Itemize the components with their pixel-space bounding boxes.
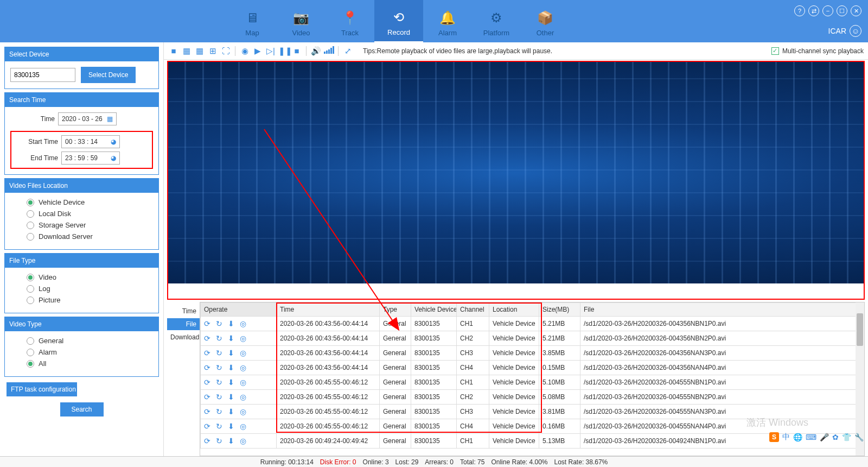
- pause-icon[interactable]: ❚❚: [278, 46, 289, 56]
- download-icon[interactable]: ⬇: [228, 363, 234, 372]
- close-icon[interactable]: ✕: [851, 5, 861, 16]
- download-icon[interactable]: ⬇: [228, 407, 234, 416]
- locate-icon[interactable]: ◎: [240, 363, 246, 372]
- play-icon[interactable]: ⟳: [204, 437, 210, 445]
- locate-icon[interactable]: ◎: [240, 407, 246, 416]
- download-icon[interactable]: ⬇: [228, 378, 234, 387]
- locate-icon[interactable]: ◎: [240, 393, 246, 401]
- layout-16-icon[interactable]: ⊞: [207, 46, 218, 56]
- snapshot-icon[interactable]: ◉: [239, 46, 250, 56]
- play-icon[interactable]: ⟳: [204, 319, 210, 328]
- replay-icon[interactable]: ↻: [216, 349, 222, 357]
- end-time-input[interactable]: 23 : 59 : 59◕: [61, 152, 120, 165]
- nav-tab-map[interactable]: 🖥Map: [228, 0, 277, 42]
- replay-icon[interactable]: ↻: [216, 378, 222, 387]
- signal-icon[interactable]: [323, 46, 334, 55]
- col-header[interactable]: File: [580, 303, 864, 317]
- help-icon[interactable]: ?: [794, 5, 805, 16]
- side-tab-file[interactable]: File: [167, 318, 200, 330]
- locate-icon[interactable]: ◎: [240, 349, 246, 357]
- table-row[interactable]: ⟳↻⬇◎2020-03-26 00:45:55-00:46:12General8…: [201, 375, 864, 390]
- stop-icon[interactable]: ■: [291, 46, 302, 55]
- nav-tab-track[interactable]: 📍Track: [326, 0, 374, 42]
- tray-icon[interactable]: 🎤: [820, 433, 829, 441]
- video-preview[interactable]: [167, 61, 865, 300]
- ftp-config-button[interactable]: FTP task configuration: [7, 382, 77, 396]
- replay-icon[interactable]: ↻: [216, 437, 222, 445]
- nav-tab-alarm[interactable]: 🔔Alarm: [423, 0, 472, 42]
- user-badge[interactable]: ICAR ☺: [828, 25, 861, 37]
- locate-icon[interactable]: ◎: [240, 334, 246, 343]
- tray-icon[interactable]: 🌐: [793, 433, 802, 441]
- replay-icon[interactable]: ↻: [216, 319, 222, 328]
- replay-icon[interactable]: ↻: [216, 422, 222, 431]
- play-icon[interactable]: ⟳: [204, 349, 210, 357]
- fullscreen-icon[interactable]: ⛶: [220, 46, 231, 55]
- tray-icon[interactable]: ✿: [832, 433, 839, 441]
- col-header[interactable]: Location: [489, 303, 539, 317]
- radio-log[interactable]: Log: [10, 285, 153, 293]
- locate-icon[interactable]: ◎: [240, 422, 246, 431]
- col-header[interactable]: Vehicle Device: [411, 303, 457, 317]
- device-input[interactable]: [10, 68, 75, 82]
- play-icon[interactable]: ⟳: [204, 363, 210, 372]
- maximize-icon[interactable]: ☐: [837, 5, 847, 16]
- col-header[interactable]: Channel: [457, 303, 489, 317]
- search-button[interactable]: Search: [60, 402, 104, 416]
- replay-icon[interactable]: ↻: [216, 363, 222, 372]
- radio-general[interactable]: General: [10, 337, 153, 345]
- table-row[interactable]: ⟳↻⬇◎2020-03-26 00:43:56-00:44:14General8…: [201, 346, 864, 361]
- sync-playback-checkbox[interactable]: ✓ Multi-channel sync playback: [771, 47, 864, 55]
- replay-icon[interactable]: ↻: [216, 334, 222, 343]
- layout-4-icon[interactable]: ▦: [181, 46, 192, 56]
- nav-tab-platform[interactable]: ⚙Platform: [472, 0, 521, 42]
- expand-icon[interactable]: ⤢: [342, 46, 353, 56]
- side-tab-time[interactable]: Time: [167, 305, 200, 317]
- step-icon[interactable]: ▷|: [265, 46, 276, 56]
- table-row[interactable]: ⟳↻⬇◎2020-03-26 00:45:55-00:46:12General8…: [201, 405, 864, 419]
- radio-vehicle-device[interactable]: Vehicle Device: [10, 198, 153, 206]
- date-input[interactable]: 2020 - 03 - 26▦: [58, 112, 117, 125]
- play-icon[interactable]: ⟳: [204, 407, 210, 416]
- volume-icon[interactable]: 🔊: [310, 46, 321, 56]
- table-row[interactable]: ⟳↻⬇◎2020-03-26 00:43:56-00:44:14General8…: [201, 361, 864, 375]
- nav-tab-record[interactable]: ⟲Record: [374, 0, 423, 42]
- locate-icon[interactable]: ◎: [240, 378, 246, 387]
- col-header[interactable]: Time: [277, 303, 380, 317]
- sogou-ime-icon[interactable]: S: [769, 432, 779, 442]
- locate-icon[interactable]: ◎: [240, 319, 246, 328]
- minimize-icon[interactable]: −: [822, 5, 833, 16]
- table-row[interactable]: ⟳↻⬇◎2020-03-26 00:45:55-00:46:12General8…: [201, 419, 864, 434]
- radio-alarm[interactable]: Alarm: [10, 348, 153, 356]
- download-icon[interactable]: ⬇: [228, 334, 234, 343]
- radio-picture[interactable]: Picture: [10, 296, 153, 304]
- layout-1-icon[interactable]: ■: [168, 46, 179, 55]
- tray-icon[interactable]: 👕: [842, 433, 851, 441]
- play-icon[interactable]: ⟳: [204, 334, 210, 343]
- table-row[interactable]: ⟳↻⬇◎2020-03-26 00:49:24-00:49:42General8…: [201, 434, 864, 449]
- play-icon[interactable]: ⟳: [204, 393, 210, 401]
- tray-icon[interactable]: 🔧: [854, 433, 864, 441]
- col-header[interactable]: Operate: [201, 303, 277, 317]
- replay-icon[interactable]: ↻: [216, 393, 222, 401]
- radio-all[interactable]: All: [10, 359, 153, 368]
- col-header[interactable]: Type: [380, 303, 411, 317]
- replay-icon[interactable]: ↻: [216, 407, 222, 416]
- locate-icon[interactable]: ◎: [240, 437, 246, 445]
- radio-local-disk[interactable]: Local Disk: [10, 210, 153, 218]
- play-icon[interactable]: ⟳: [204, 422, 210, 431]
- play-icon[interactable]: ⟳: [204, 378, 210, 387]
- nav-tab-video[interactable]: 📷Video: [277, 0, 326, 42]
- play-icon[interactable]: ▶: [252, 46, 263, 56]
- download-icon[interactable]: ⬇: [228, 319, 234, 328]
- download-icon[interactable]: ⬇: [228, 437, 234, 445]
- radio-video[interactable]: Video: [10, 273, 153, 281]
- start-time-input[interactable]: 00 : 33 : 14◕: [61, 135, 120, 148]
- table-row[interactable]: ⟳↻⬇◎2020-03-26 00:43:56-00:44:14General8…: [201, 317, 864, 331]
- download-icon[interactable]: ⬇: [228, 349, 234, 357]
- nav-tab-other[interactable]: 📦Other: [521, 0, 570, 42]
- side-tab-download[interactable]: Download: [167, 331, 200, 343]
- radio-download-server[interactable]: Download Server: [10, 232, 153, 241]
- download-icon[interactable]: ⬇: [228, 393, 234, 401]
- swap-icon[interactable]: ⇄: [808, 5, 819, 16]
